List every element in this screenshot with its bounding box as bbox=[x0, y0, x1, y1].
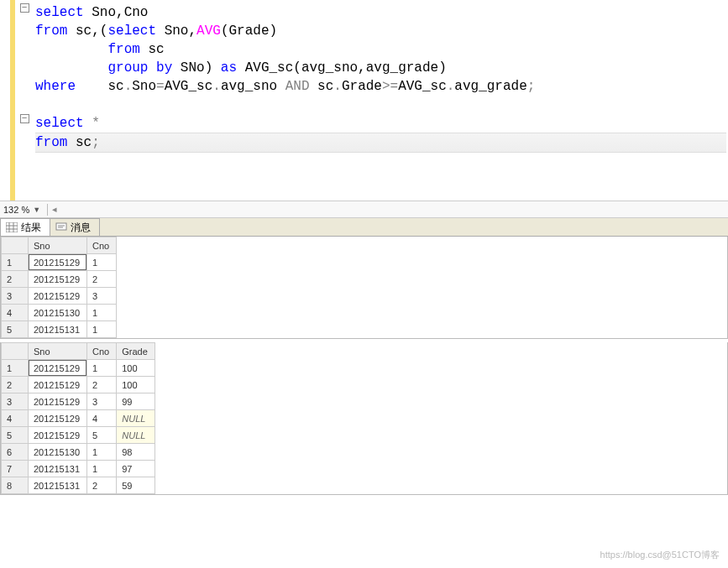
grid-icon bbox=[6, 222, 18, 232]
table-row[interactable]: 52012151311 bbox=[2, 321, 117, 338]
column-header[interactable]: Sno bbox=[29, 343, 87, 360]
row-number[interactable]: 2 bbox=[2, 271, 29, 288]
zoom-dropdown-icon[interactable]: ▼ bbox=[33, 206, 40, 214]
zoom-bar: 132 % ▼ ◂ bbox=[0, 201, 728, 218]
svg-rect-5 bbox=[56, 223, 66, 230]
corner-header[interactable] bbox=[2, 343, 29, 360]
fold-toggle[interactable]: − bbox=[20, 3, 29, 13]
cell[interactable]: 99 bbox=[117, 393, 155, 410]
result-tabs: 结果 消息 bbox=[0, 218, 728, 237]
row-number[interactable]: 7 bbox=[2, 461, 29, 477]
cell[interactable]: 98 bbox=[117, 444, 155, 461]
row-number[interactable]: 8 bbox=[2, 477, 29, 494]
row-number[interactable]: 1 bbox=[2, 254, 29, 271]
table-row[interactable]: 6201215130198 bbox=[2, 444, 155, 461]
cell[interactable]: 1 bbox=[87, 321, 117, 338]
svg-rect-0 bbox=[6, 222, 18, 232]
column-header[interactable]: Grade bbox=[117, 343, 155, 360]
code-line[interactable]: select Sno,Cno bbox=[35, 3, 726, 22]
table-row[interactable]: 12012151291 bbox=[2, 254, 117, 271]
row-number[interactable]: 5 bbox=[2, 321, 29, 338]
zoom-level[interactable]: 132 % bbox=[3, 205, 29, 215]
table-row[interactable]: 42012151294NULL bbox=[2, 410, 155, 427]
cell[interactable]: 2 bbox=[87, 271, 117, 288]
cell[interactable]: 201215130 bbox=[29, 305, 87, 321]
cell[interactable]: 100 bbox=[117, 360, 155, 377]
row-number[interactable]: 2 bbox=[2, 377, 29, 393]
table-row[interactable]: 3201215129399 bbox=[2, 393, 155, 410]
tab-messages-label: 消息 bbox=[71, 221, 91, 235]
table-row[interactable]: 7201215131197 bbox=[2, 461, 155, 477]
cell[interactable]: 1 bbox=[87, 461, 117, 477]
cell[interactable]: 100 bbox=[117, 377, 155, 393]
tab-results-label: 结果 bbox=[21, 221, 41, 235]
cell[interactable]: 1 bbox=[87, 305, 117, 321]
tab-messages[interactable]: 消息 bbox=[50, 218, 100, 236]
row-number[interactable]: 4 bbox=[2, 305, 29, 321]
cell[interactable]: 1 bbox=[87, 444, 117, 461]
cell[interactable]: 1 bbox=[87, 254, 117, 271]
cell[interactable]: 201215131 bbox=[29, 461, 87, 477]
row-number[interactable]: 5 bbox=[2, 427, 29, 444]
cell[interactable]: 201215129 bbox=[29, 271, 87, 288]
table-row[interactable]: 42012151301 bbox=[2, 305, 117, 321]
fold-toggle[interactable]: − bbox=[20, 114, 29, 123]
cell[interactable]: NULL bbox=[117, 427, 155, 444]
cell[interactable]: 201215129 bbox=[29, 288, 87, 305]
hscroll-left-icon[interactable]: ◂ bbox=[47, 204, 60, 216]
cell[interactable]: 201215131 bbox=[29, 321, 87, 338]
row-number[interactable]: 4 bbox=[2, 410, 29, 427]
cell[interactable]: 5 bbox=[87, 427, 117, 444]
cell[interactable]: 201215129 bbox=[29, 377, 87, 393]
results-grid-1[interactable]: SnoCno1201215129122012151292320121512934… bbox=[0, 237, 728, 339]
table-row[interactable]: 22012151292 bbox=[2, 271, 117, 288]
fold-gutter[interactable]: −− bbox=[15, 0, 34, 201]
code-line[interactable] bbox=[35, 96, 726, 114]
cell[interactable]: 201215129 bbox=[29, 410, 87, 427]
column-header[interactable]: Cno bbox=[87, 343, 117, 360]
cell[interactable]: 97 bbox=[117, 461, 155, 477]
column-header[interactable]: Sno bbox=[29, 237, 87, 254]
row-number[interactable]: 1 bbox=[2, 360, 29, 377]
cell[interactable]: 4 bbox=[87, 410, 117, 427]
cell[interactable]: 59 bbox=[117, 477, 155, 494]
table-row[interactable]: 32012151293 bbox=[2, 288, 117, 305]
messages-icon bbox=[55, 222, 67, 232]
cell[interactable]: 3 bbox=[87, 288, 117, 305]
code-line[interactable]: from sc bbox=[35, 40, 726, 59]
cell[interactable]: 201215130 bbox=[29, 444, 87, 461]
cell[interactable]: 201215131 bbox=[29, 477, 87, 494]
cell[interactable]: 2 bbox=[87, 377, 117, 393]
cell[interactable]: 3 bbox=[87, 393, 117, 410]
row-number[interactable]: 3 bbox=[2, 393, 29, 410]
cell[interactable]: 201215129 bbox=[29, 360, 87, 377]
table-row[interactable]: 52012151295NULL bbox=[2, 427, 155, 444]
code-line[interactable]: from sc,(select Sno,AVG(Grade) bbox=[35, 22, 726, 40]
code-line[interactable]: where sc.Sno=AVG_sc.avg_sno AND sc.Grade… bbox=[35, 77, 726, 96]
tab-results[interactable]: 结果 bbox=[0, 218, 50, 236]
code-area[interactable]: select Sno,Cnofrom sc,(select Sno,AVG(Gr… bbox=[34, 0, 728, 201]
code-line[interactable]: from sc; bbox=[35, 133, 726, 153]
table-row[interactable]: 12012151291100 bbox=[2, 360, 155, 377]
code-line[interactable]: select * bbox=[35, 114, 726, 133]
corner-header[interactable] bbox=[2, 237, 29, 254]
table-row[interactable]: 8201215131259 bbox=[2, 477, 155, 494]
marker-margin bbox=[0, 0, 10, 201]
cell[interactable]: 1 bbox=[87, 360, 117, 377]
cell[interactable]: 2 bbox=[87, 477, 117, 494]
row-number[interactable]: 6 bbox=[2, 444, 29, 461]
cell[interactable]: 201215129 bbox=[29, 427, 87, 444]
results-grid-2[interactable]: SnoCnoGrade12012151291100220121512921003… bbox=[0, 342, 728, 495]
table-row[interactable]: 22012151292100 bbox=[2, 377, 155, 393]
sql-editor[interactable]: −− select Sno,Cnofrom sc,(select Sno,AVG… bbox=[0, 0, 728, 201]
column-header[interactable]: Cno bbox=[87, 237, 117, 254]
cell[interactable]: 201215129 bbox=[29, 393, 87, 410]
code-line[interactable]: group by SNo) as AVG_sc(avg_sno,avg_grad… bbox=[35, 59, 726, 77]
cell[interactable]: NULL bbox=[117, 410, 155, 427]
row-number[interactable]: 3 bbox=[2, 288, 29, 305]
cell[interactable]: 201215129 bbox=[29, 254, 87, 271]
